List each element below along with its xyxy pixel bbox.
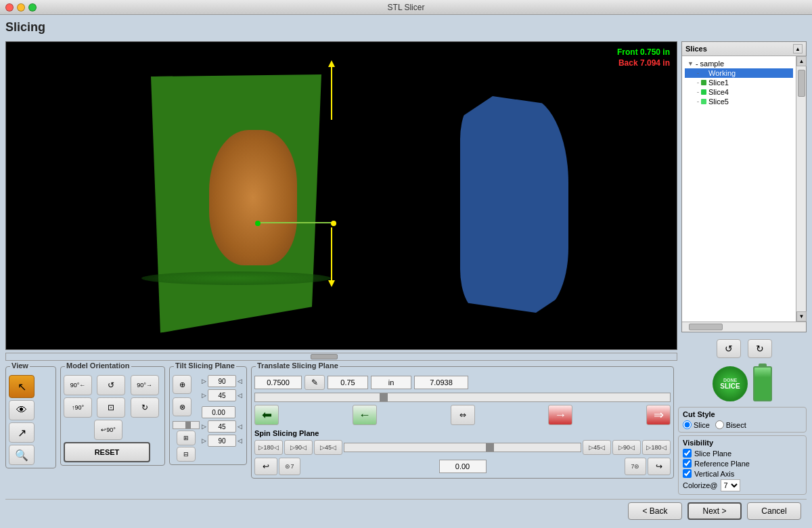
view-arrow-btn[interactable]: ↖ [9,375,35,398]
translate-far-left-btn[interactable]: ⬅ [254,405,279,425]
radio-bisect-input[interactable] [715,420,724,429]
vis-ref-plane-cb[interactable] [683,459,692,468]
tree-root[interactable]: ▼ - sample [685,59,793,68]
spin-center-input[interactable] [439,460,487,473]
orient-mirror-btn[interactable]: ⊡ [97,397,125,418]
pencil-btn[interactable]: ✎ [304,375,325,390]
v-scroll-up[interactable]: ▲ [796,56,807,66]
orient-rot-up-btn[interactable]: ↑90° [64,397,92,418]
tilt-reset-btn[interactable]: ⊞ [177,431,196,445]
viewport-3d[interactable]: Front 0.750 in Back 7.094 in [5,41,677,350]
translate-slider[interactable] [254,393,671,402]
h-scroll-thumb[interactable] [311,354,338,359]
slices-v-scrollbar[interactable]: ▲ ▼ [796,56,806,322]
undo-button[interactable]: ↺ [717,339,741,358]
orient-rot-left-btn[interactable]: 90°← [64,375,92,395]
radio-bisect-label: Bisect [726,421,746,429]
next-button[interactable]: Next > [687,502,742,520]
translate-btns: ⬅ ← ⇔ → ⇒ [254,405,671,425]
translate-input-val[interactable] [328,376,368,389]
translate-input-back[interactable] [414,376,468,389]
tree-item-slice5[interactable]: - Slice5 [685,97,793,106]
tilt-input-90-1[interactable] [208,375,236,387]
v-scroll-thumb[interactable] [798,70,805,97]
colorize-label: Colorize@ [683,481,718,489]
translate-input-unit[interactable] [371,376,411,389]
axis-handle-green[interactable] [255,221,261,226]
redo-button[interactable]: ↻ [748,339,772,358]
vis-slice-plane[interactable]: Slice Plane [683,449,802,458]
spin-left-arrow-btn[interactable]: ↩ [254,458,277,475]
orient-rot-right-btn[interactable]: 90°→ [131,375,159,395]
maximize-btn[interactable] [28,3,37,12]
tree-item-working[interactable]: - Working [685,68,793,78]
window-controls[interactable] [5,3,37,12]
spin-label: Spin Slicing Plane [254,429,319,437]
spin-right-arrow-btn[interactable]: ↪ [648,458,671,475]
tilt-input-45-1[interactable] [208,389,236,401]
colorize-select[interactable]: 7 8 [721,479,740,491]
slices-h-scroll[interactable] [682,322,806,332]
orient-reset-btn[interactable]: RESET [64,442,150,462]
v-scroll-track [796,66,806,311]
translate-far-right-btn[interactable]: ⇒ [646,405,671,425]
translate-inputs-row: ✎ [254,375,671,390]
tilt-input-90-2[interactable] [208,435,236,447]
tilt-slider-thumb[interactable] [185,422,191,428]
tilt-input-45-2[interactable] [208,420,236,433]
translate-expand-btn[interactable]: ⇔ [451,405,475,425]
radio-bisect[interactable]: Bisect [715,420,746,429]
scroll-up-btn[interactable]: ▲ [793,44,803,53]
spin-7l-btn[interactable]: ⊜7 [279,458,300,475]
spin-btn-90r[interactable]: ▷90◁ [612,440,641,455]
orient-redo-btn[interactable]: ↻ [131,397,159,418]
viewport-h-scrollbar[interactable] [5,353,677,361]
tilt-extra-btn[interactable]: ⊟ [177,447,196,462]
translate-right-btn[interactable]: → [548,405,572,425]
spin-btn-45l[interactable]: ▷45◁ [314,440,342,455]
spin-btn-180r[interactable]: ▷180◁ [642,440,671,455]
tree-item-slice1[interactable]: - Slice1 [685,78,793,87]
slice-button[interactable]: DONE SLICE [713,366,748,401]
minimize-btn[interactable] [17,3,25,12]
tilt-up-btn[interactable]: ⊕ [173,375,191,394]
dot-working [701,70,706,76]
v-scroll-down[interactable]: ▼ [796,311,807,322]
spin-btn-180l[interactable]: ▷180◁ [254,440,283,455]
view-eye-btn[interactable]: 👁 [9,400,35,420]
back-button[interactable]: < Back [628,502,682,520]
slices-content-row: ▼ - sample - Working - [682,56,806,322]
window-title: STL Slicer [388,3,425,12]
tilt-down-btn[interactable]: ⊗ [173,397,191,416]
orient-spin-btn[interactable]: ↺ [97,375,125,395]
vis-slice-plane-cb[interactable] [683,449,692,458]
tree-label-slice1: Slice1 [708,79,729,87]
colorize-row: Colorize@ 7 8 [683,479,802,491]
radio-slice[interactable]: Slice [683,420,710,429]
spin-slider[interactable] [344,443,581,452]
slices-h-thumb[interactable] [689,324,723,330]
view-pointer-btn[interactable]: ↗ [9,422,35,443]
vis-vert-axis-cb[interactable] [683,469,692,478]
spin-slider-thumb[interactable] [486,443,494,452]
tree-item-slice4[interactable]: - Slice4 [685,87,793,97]
close-btn[interactable] [5,3,14,12]
vis-reference-plane[interactable]: Reference Plane [683,459,802,468]
spin-7r-btn[interactable]: 7⊜ [625,458,646,475]
orient-cw-btn[interactable]: ↩90° [94,420,122,440]
vis-vertical-axis[interactable]: Vertical Axis [683,469,802,478]
battery-icon[interactable] [753,366,772,401]
slices-title: Slices [685,45,707,53]
tilt-input-0[interactable] [202,406,235,418]
spin-btn-90l[interactable]: ▷90◁ [284,440,313,455]
axis-handle-yellow[interactable] [331,221,336,226]
radio-slice-input[interactable] [683,420,692,429]
translate-input-front[interactable] [254,376,302,389]
tilt-mini-slider[interactable] [173,421,200,429]
cancel-button[interactable]: Cancel [747,502,801,520]
translate-slider-thumb[interactable] [380,393,388,401]
translate-left-btn[interactable]: ← [353,405,377,425]
spin-btn-45r[interactable]: ▷45◁ [583,440,611,455]
dot-slice1 [701,80,706,85]
view-magnify-btn[interactable]: 🔍 [9,445,35,465]
